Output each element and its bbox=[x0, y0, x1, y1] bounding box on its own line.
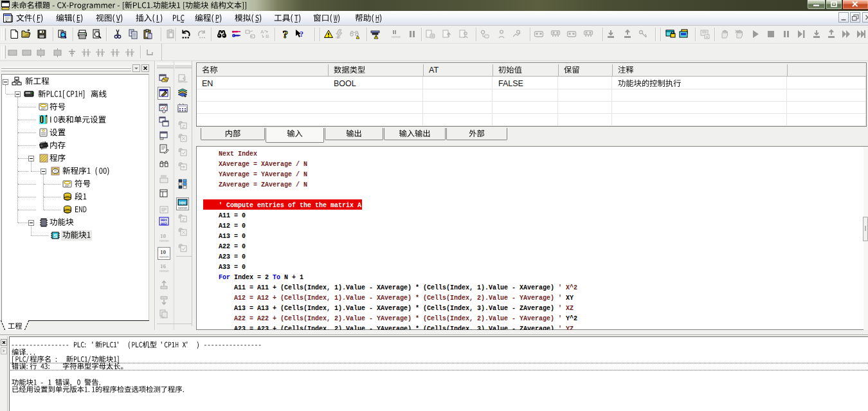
svg-text:?: ? bbox=[300, 30, 303, 39]
svg-text:HH: HH bbox=[179, 201, 186, 205]
svg-text:ronron: ronron bbox=[159, 255, 169, 259]
svg-text:ronron: ronron bbox=[392, 35, 401, 39]
svg-text:Z: Z bbox=[182, 217, 185, 223]
svg-text:ron: ron bbox=[336, 35, 340, 39]
svg-text:ron: ron bbox=[160, 315, 165, 319]
svg-text:?: ? bbox=[283, 29, 289, 39]
svg-text:002: 002 bbox=[161, 222, 167, 226]
svg-text:ronron: ronron bbox=[159, 239, 169, 242]
svg-text:A: A bbox=[260, 29, 264, 35]
svg-text:ronron: ronron bbox=[178, 80, 188, 84]
svg-text:B: B bbox=[266, 33, 269, 39]
svg-text:Z: Z bbox=[182, 123, 185, 129]
svg-text:S: S bbox=[53, 232, 57, 239]
svg-text:ronron: ronron bbox=[159, 269, 169, 273]
svg-text:ronron: ronron bbox=[178, 206, 188, 210]
